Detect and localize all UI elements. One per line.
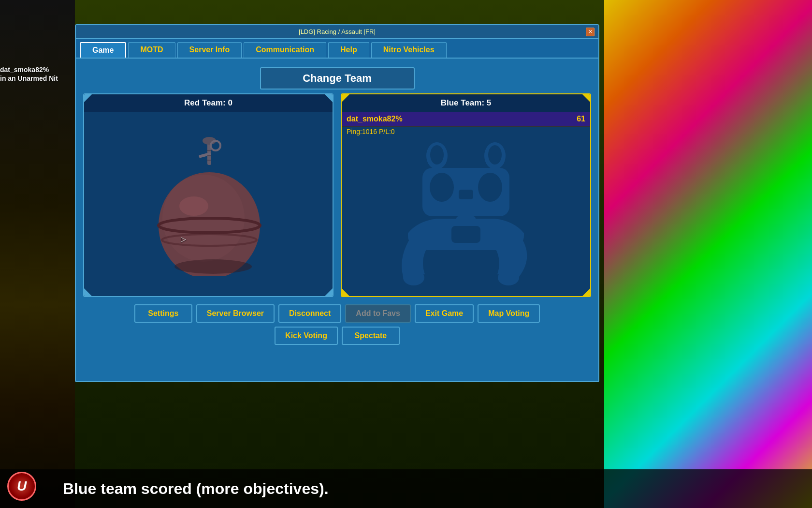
buttons-row-2: Kick Voting Spectate — [83, 327, 591, 345]
svg-rect-20 — [459, 190, 473, 199]
svg-point-12 — [174, 259, 252, 274]
server-browser-button[interactable]: Server Browser — [196, 304, 275, 323]
main-dialog: [LDG] Racing / Assault [FR] ✕ Game MOTD … — [75, 24, 599, 382]
blue-team-header: Blue Team: 5 — [342, 94, 590, 112]
status-bar: U Blue team scored (more objectives). — [0, 469, 812, 508]
red-team-header: Red Team: 0 — [84, 94, 333, 112]
kick-voting-button[interactable]: Kick Voting — [275, 327, 338, 345]
red-team-content: ▷ — [84, 112, 333, 296]
blue-team-player-row: dat_smoka82% 61 — [342, 112, 590, 127]
blue-team-panel[interactable]: Blue Team: 5 dat_smoka82% 61 Ping:1016 P… — [341, 93, 591, 297]
svg-point-24 — [498, 270, 519, 285]
player-ping: Ping:1016 P/L:0 — [342, 127, 590, 136]
player-overlay: dat_smoka82% in an Unarmed Nit — [0, 65, 58, 83]
add-to-favs-button[interactable]: Add to Favs — [345, 304, 411, 323]
title-bar: [LDG] Racing / Assault [FR] ✕ — [76, 25, 598, 39]
unreal-logo: U — [7, 472, 36, 501]
bg-right — [604, 0, 812, 508]
blue-team-logo — [342, 136, 590, 296]
exit-game-button[interactable]: Exit Game — [415, 304, 474, 323]
tab-server-info[interactable]: Server Info — [177, 42, 242, 58]
title-bar-text: [LDG] Racing / Assault [FR] — [299, 28, 376, 35]
change-team-header: Change Team — [260, 67, 415, 90]
player-overlay-line1: dat_smoka82% — [0, 65, 58, 74]
tab-bar: Game MOTD Server Info Communication Help… — [76, 39, 598, 59]
disconnect-button[interactable]: Disconnect — [278, 304, 341, 323]
settings-button[interactable]: Settings — [134, 304, 192, 323]
status-text: Blue team scored (more objectives). — [63, 480, 329, 498]
tab-motd[interactable]: MOTD — [128, 42, 175, 58]
red-team-panel[interactable]: Red Team: 0 — [83, 93, 334, 297]
content-area: Change Team Red Team: 0 — [76, 59, 598, 350]
tab-help[interactable]: Help — [328, 42, 369, 58]
map-voting-button[interactable]: Map Voting — [478, 304, 540, 323]
cursor-indicator: ▷ — [181, 235, 186, 243]
teams-row: Red Team: 0 — [83, 93, 591, 297]
tab-game[interactable]: Game — [80, 42, 126, 58]
svg-point-19 — [478, 173, 502, 202]
svg-point-2 — [211, 141, 220, 150]
svg-point-15 — [430, 145, 444, 164]
player-name: dat_smoka82% — [347, 115, 403, 123]
alien-logo-svg — [389, 141, 543, 291]
grenade-icon — [141, 131, 276, 276]
svg-rect-22 — [451, 226, 480, 243]
svg-point-23 — [403, 270, 424, 285]
spectate-button[interactable]: Spectate — [342, 327, 400, 345]
change-team-label: Change Team — [303, 72, 372, 84]
tab-nitro-vehicles[interactable]: Nitro Vehicles — [371, 42, 447, 58]
player-score: 61 — [577, 115, 585, 123]
buttons-row-1: Settings Server Browser Disconnect Add t… — [83, 304, 591, 323]
svg-point-18 — [430, 173, 454, 202]
svg-point-11 — [179, 196, 208, 216]
tab-communication[interactable]: Communication — [244, 42, 326, 58]
player-overlay-line2: in an Unarmed Nit — [0, 74, 58, 83]
svg-point-16 — [488, 145, 502, 164]
close-button[interactable]: ✕ — [586, 28, 594, 36]
